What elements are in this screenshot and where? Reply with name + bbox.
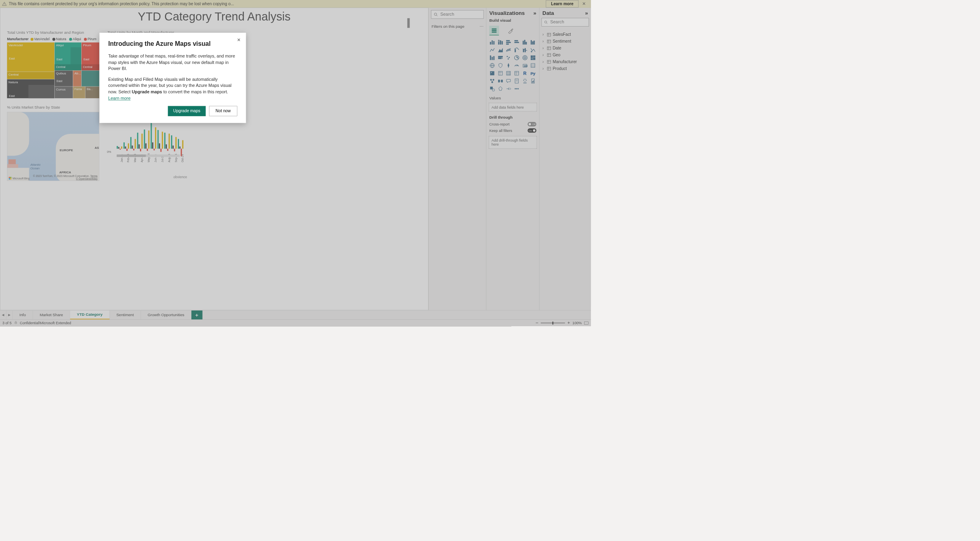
- azure-maps-modal: Introducing the Azure Maps visual ✕ Take…: [99, 33, 246, 123]
- not-now-button[interactable]: Not now: [209, 106, 237, 116]
- modal-learn-more-link[interactable]: Learn more: [108, 96, 131, 101]
- upgrade-maps-button[interactable]: Upgrade maps: [168, 106, 206, 116]
- modal-title: Introducing the Azure Maps visual: [108, 40, 237, 47]
- modal-paragraph: Existing Map and Filled Map visuals will…: [108, 76, 237, 102]
- modal-overlay[interactable]: [0, 0, 591, 326]
- close-modal-icon[interactable]: ✕: [237, 37, 241, 42]
- modal-paragraph: Take advantage of heat maps, real-time t…: [108, 53, 237, 72]
